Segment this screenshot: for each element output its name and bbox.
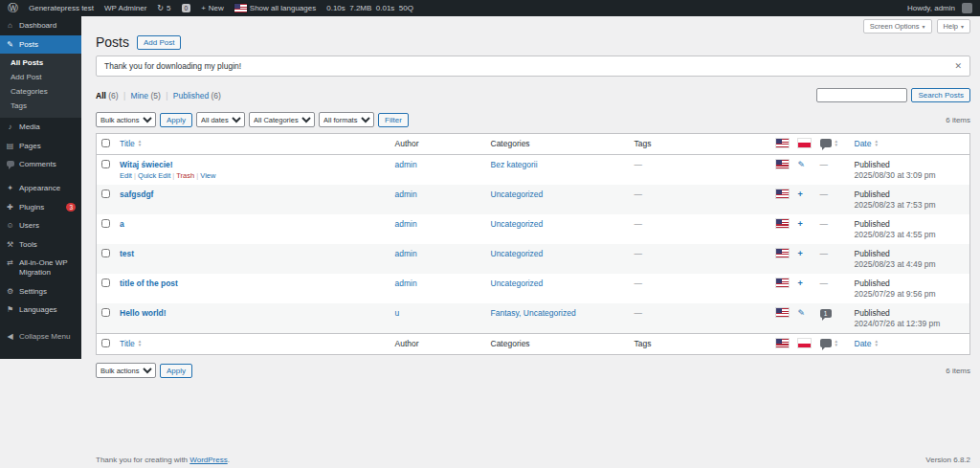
sort-by-title[interactable]: Title bbox=[120, 139, 142, 148]
sort-by-comments[interactable] bbox=[820, 339, 838, 347]
site-name-menu[interactable]: Generatepress test bbox=[29, 4, 94, 12]
add-post-button[interactable]: Add Post bbox=[137, 35, 181, 50]
view-mine-link[interactable]: Mine (5) bbox=[131, 91, 161, 100]
footer-period: . bbox=[228, 456, 230, 464]
sort-by-comments[interactable] bbox=[820, 139, 838, 147]
select-all-checkbox[interactable] bbox=[101, 139, 110, 147]
sidebar-item-comments[interactable]: Comments bbox=[0, 155, 81, 174]
sidebar-item-users[interactable]: ☺ Users bbox=[0, 216, 81, 235]
sort-by-date[interactable]: Date bbox=[855, 339, 879, 348]
formats-filter-select[interactable]: All formats bbox=[319, 112, 374, 127]
row-checkbox[interactable] bbox=[101, 160, 110, 168]
apply-button-bottom[interactable]: Apply bbox=[160, 364, 192, 378]
view-all-link[interactable]: All (6) bbox=[96, 91, 119, 100]
wordpress-logo-icon[interactable]: Ⓦ bbox=[8, 3, 18, 13]
sidebar-item-wp-migration[interactable]: ⇄ All-in-One WP Migration bbox=[0, 254, 81, 281]
sidebar-item-pages[interactable]: ▤ Pages bbox=[0, 137, 81, 156]
add-translation-icon[interactable]: + bbox=[798, 249, 803, 258]
row-checkbox[interactable] bbox=[101, 219, 110, 228]
post-title-link[interactable]: safgsdgf bbox=[120, 189, 153, 199]
category-link[interactable]: Uncategorized bbox=[491, 189, 544, 199]
author-link[interactable]: admin bbox=[395, 160, 417, 169]
post-title-link[interactable]: Witaj świecie! bbox=[120, 160, 173, 169]
sidebar-item-settings[interactable]: ⚙ Settings bbox=[0, 282, 81, 301]
comments-menu[interactable]: 0 bbox=[182, 4, 191, 12]
updates-icon: ↻ bbox=[157, 4, 164, 12]
show-all-languages-menu[interactable]: Show all languages bbox=[234, 4, 316, 12]
comment-count-bubble[interactable]: 1 bbox=[820, 309, 832, 318]
search-posts-button[interactable]: Search Posts bbox=[911, 88, 970, 102]
add-translation-icon[interactable]: + bbox=[798, 219, 803, 229]
wp-adminer-menu[interactable]: WP Adminer bbox=[104, 4, 146, 12]
view-link[interactable]: View bbox=[200, 171, 215, 180]
quick-edit-link[interactable]: Quick Edit bbox=[138, 171, 170, 180]
sort-by-date[interactable]: Date bbox=[855, 139, 879, 148]
author-link[interactable]: admin bbox=[395, 189, 417, 199]
bulk-actions-select-bottom[interactable]: Bulk actions bbox=[96, 363, 156, 378]
edit-translation-icon[interactable]: ✎ bbox=[798, 160, 806, 169]
categories-filter-select[interactable]: All Categories bbox=[249, 112, 315, 127]
sidebar-item-dashboard[interactable]: ⌂ Dashboard bbox=[0, 16, 81, 35]
apply-button[interactable]: Apply bbox=[160, 113, 192, 127]
migration-icon: ⇄ bbox=[6, 258, 14, 268]
category-link[interactable]: Uncategorized bbox=[491, 279, 544, 288]
dates-filter-select[interactable]: All dates bbox=[196, 112, 245, 127]
select-all-checkbox[interactable] bbox=[101, 339, 110, 347]
sidebar-item-posts[interactable]: ✎ Posts bbox=[0, 35, 81, 55]
post-title-link[interactable]: test bbox=[120, 249, 134, 258]
sidebar-item-plugins[interactable]: ✚ Plugins 3 bbox=[0, 198, 81, 217]
category-link[interactable]: Uncategorized bbox=[491, 249, 544, 258]
row-checkbox[interactable] bbox=[101, 249, 110, 257]
sidebar-item-media[interactable]: ♪ Media bbox=[0, 118, 81, 137]
collapse-menu-button[interactable]: ◀ Collapse Menu bbox=[0, 327, 81, 346]
wordpress-link[interactable]: WordPress bbox=[189, 456, 227, 464]
updates-menu[interactable]: ↻ 5 bbox=[157, 4, 170, 12]
add-translation-icon[interactable]: + bbox=[798, 279, 803, 288]
separator: | bbox=[123, 91, 125, 100]
category-link[interactable]: Fantasy, Uncategorized bbox=[491, 308, 576, 318]
posts-submenu: All Posts Add Post Categories Tags bbox=[0, 54, 81, 118]
category-link[interactable]: Uncategorized bbox=[491, 219, 544, 229]
filter-button[interactable]: Filter bbox=[378, 113, 409, 127]
submenu-all-posts[interactable]: All Posts bbox=[0, 56, 81, 70]
performance-stats[interactable]: 0.10s 7.2MB 0.01s 50Q bbox=[326, 4, 413, 12]
column-title-label: Title bbox=[120, 339, 135, 348]
howdy-account-menu[interactable]: Howdy, admin bbox=[907, 3, 972, 13]
author-link[interactable]: admin bbox=[395, 249, 417, 258]
row-checkbox[interactable] bbox=[101, 308, 110, 317]
edit-translation-icon[interactable]: ✎ bbox=[798, 308, 806, 318]
sidebar-item-languages[interactable]: ⚑ Languages bbox=[0, 301, 81, 320]
search-input[interactable] bbox=[816, 88, 907, 102]
new-content-menu[interactable]: + New bbox=[201, 4, 224, 12]
sidebar-item-tools[interactable]: ⚒ Tools bbox=[0, 235, 81, 255]
post-date: 2025/08/23 at 4:49 pm bbox=[855, 259, 966, 269]
category-link[interactable]: Bez kategorii bbox=[491, 160, 538, 169]
view-published-link[interactable]: Published (6) bbox=[173, 91, 221, 100]
author-link[interactable]: admin bbox=[395, 219, 417, 229]
tags-value: — bbox=[635, 219, 643, 229]
submenu-categories[interactable]: Categories bbox=[0, 84, 81, 99]
sidebar-item-appearance[interactable]: ✦ Appearance bbox=[0, 179, 81, 198]
screen-options-button[interactable]: Screen Options ▾ bbox=[863, 19, 932, 33]
author-link[interactable]: admin bbox=[395, 279, 417, 288]
row-checkbox[interactable] bbox=[101, 189, 110, 198]
row-actions: Edit | Quick Edit | Trash | View bbox=[120, 171, 386, 180]
sort-by-title[interactable]: Title bbox=[120, 339, 142, 348]
post-title-link[interactable]: a bbox=[120, 219, 124, 229]
submenu-tags[interactable]: Tags bbox=[0, 99, 81, 113]
languages-icon: ⚑ bbox=[6, 305, 14, 315]
post-date: 2025/08/30 at 3:09 pm bbox=[855, 170, 966, 180]
post-status: Published bbox=[855, 279, 966, 288]
row-checkbox[interactable] bbox=[101, 279, 110, 287]
bulk-actions-select[interactable]: Bulk actions bbox=[96, 112, 156, 127]
post-title-link[interactable]: title of the post bbox=[120, 279, 178, 288]
tablenav-top: Bulk actions Apply All dates All Categor… bbox=[96, 112, 970, 127]
trash-link[interactable]: Trash bbox=[176, 171, 194, 180]
post-title-link[interactable]: Hello world! bbox=[120, 308, 167, 318]
submenu-add-post[interactable]: Add Post bbox=[0, 70, 81, 84]
help-button[interactable]: Help ▾ bbox=[937, 19, 970, 33]
edit-link[interactable]: Edit bbox=[120, 171, 132, 180]
author-link[interactable]: u bbox=[395, 308, 400, 318]
dismiss-notice-button[interactable]: ✕ bbox=[954, 62, 962, 71]
add-translation-icon[interactable]: + bbox=[798, 189, 803, 199]
